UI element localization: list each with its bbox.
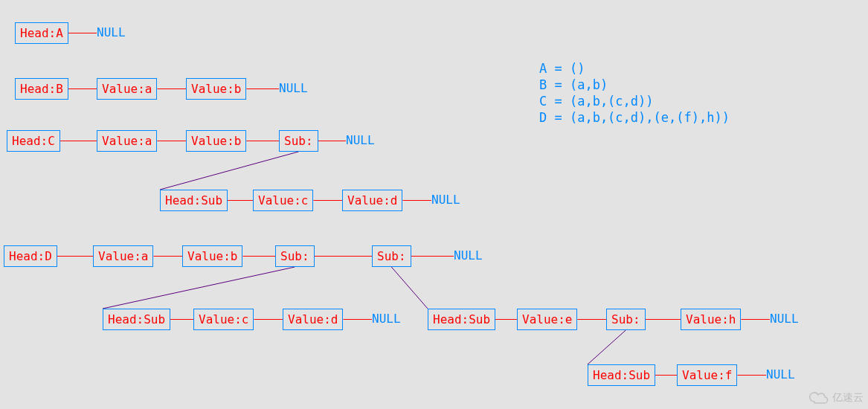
- list-node: Sub:: [372, 245, 411, 267]
- list-node: Value:e: [517, 309, 577, 330]
- null-terminator: NULL: [372, 312, 401, 326]
- list-node: Value:b: [186, 78, 246, 100]
- definition-d: D = (a,b,(c,d),(e,(f),h)): [539, 110, 730, 125]
- list-node: Head:Sub: [103, 309, 170, 330]
- svg-line-28: [588, 330, 626, 364]
- list-node: Value:c: [253, 190, 313, 211]
- watermark-logo: 亿速云: [808, 391, 864, 405]
- list-node: Head:C: [7, 130, 60, 152]
- list-node: Head:B: [15, 78, 68, 100]
- list-node: Value:b: [182, 245, 242, 267]
- list-node: Value:d: [342, 190, 402, 211]
- null-terminator: NULL: [431, 193, 460, 207]
- definition-c: C = (a,b,(c,d)): [539, 94, 654, 109]
- list-node: Value:h: [681, 309, 741, 330]
- svg-line-27: [391, 267, 428, 309]
- list-node: Value:b: [186, 130, 246, 152]
- definition-b: B = (a,b): [539, 77, 608, 92]
- list-node: Sub:: [606, 309, 646, 330]
- list-node: Value:a: [93, 245, 153, 267]
- list-node: Value:d: [283, 309, 343, 330]
- list-node: Value:a: [97, 130, 157, 152]
- definition-a: A = (): [539, 61, 585, 76]
- list-node: Head:A: [15, 22, 68, 44]
- list-node: Sub:: [275, 245, 315, 267]
- svg-line-26: [103, 267, 295, 309]
- null-terminator: NULL: [454, 248, 483, 263]
- list-node: Sub:: [279, 130, 318, 152]
- null-terminator: NULL: [346, 133, 375, 147]
- null-terminator: NULL: [770, 312, 799, 326]
- list-node: Head:Sub: [588, 364, 655, 386]
- list-node: Head:Sub: [160, 190, 228, 211]
- null-terminator: NULL: [766, 367, 795, 381]
- list-node: Value:a: [97, 78, 157, 100]
- list-node: Value:f: [677, 364, 737, 386]
- list-node: Value:c: [193, 309, 254, 330]
- null-terminator: NULL: [97, 25, 126, 39]
- svg-line-11: [160, 152, 298, 190]
- list-node: Head:Sub: [428, 309, 495, 330]
- list-node: Head:D: [4, 245, 57, 267]
- null-terminator: NULL: [279, 81, 308, 95]
